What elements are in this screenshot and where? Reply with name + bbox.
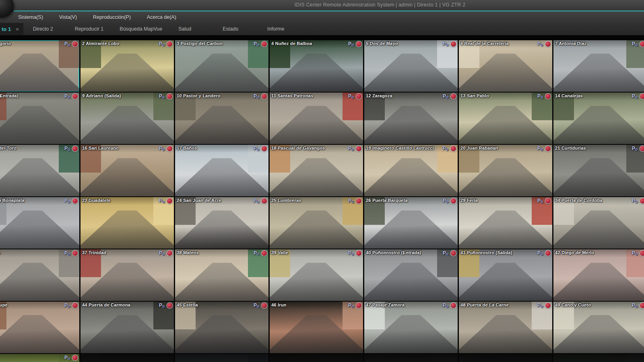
camera-tile[interactable]: 37 Trinidad P ⚙ <box>80 249 174 301</box>
camera-tile[interactable]: 24 San Juan de Acre P ⚙ <box>175 197 268 249</box>
camera-tile[interactable]: 13 San Pablo P ⚙ <box>459 93 552 144</box>
camera-tile[interactable]: 16 San Laureano P ⚙ <box>80 145 174 196</box>
gear-icon[interactable]: ⚙ <box>256 252 260 256</box>
gear-icon[interactable]: ⚙ <box>540 148 543 152</box>
gear-icon[interactable]: ⚙ <box>162 304 165 309</box>
gear-icon[interactable]: ⚙ <box>540 43 543 47</box>
camera-tile[interactable]: 19 Imaginero Castillo Lastrucci P ⚙ <box>364 145 458 196</box>
gear-icon[interactable]: ⚙ <box>635 43 638 47</box>
camera-tile[interactable]: P ⚙ <box>0 354 79 362</box>
gear-icon[interactable]: ⚙ <box>446 304 449 309</box>
camera-tile[interactable]: P ⚙ <box>175 354 268 362</box>
camera-tile[interactable]: 40 Puñonrostro (Entrada) P ⚙ <box>364 249 458 301</box>
gear-icon[interactable]: ⚙ <box>351 304 354 309</box>
camera-tile[interactable]: 3 Postigo del Carbon P ⚙ <box>175 40 268 92</box>
camera-tile[interactable]: 4 Nuñez de Balboa P ⚙ <box>270 40 363 92</box>
gear-icon[interactable]: ⚙ <box>446 43 449 47</box>
camera-tile[interactable]: P ⚙ <box>270 354 363 362</box>
gear-icon[interactable]: ⚙ <box>540 304 543 309</box>
camera-tile[interactable]: 38 Mateos P ⚙ <box>175 249 268 301</box>
tab-reproducir-1[interactable]: Reproducir 1 <box>68 23 110 35</box>
gear-icon[interactable]: ⚙ <box>351 43 354 47</box>
gear-icon[interactable]: ⚙ <box>635 200 638 204</box>
gear-icon[interactable]: ⚙ <box>351 148 354 152</box>
camera-tile[interactable]: 2 Almirante Lobo P ⚙ <box>80 40 174 92</box>
gear-icon[interactable]: ⚙ <box>67 304 70 309</box>
camera-tile[interactable]: 5 Dos de Mayo P ⚙ <box>364 40 458 92</box>
tab-estado[interactable]: Estado <box>216 23 245 35</box>
camera-tile[interactable]: 42 Diego de Merlo P ⚙ <box>553 249 644 301</box>
gear-icon[interactable]: ⚙ <box>256 43 260 47</box>
camera-tile[interactable]: uadalupe P ⚙ <box>0 302 79 353</box>
gear-icon[interactable]: ⚙ <box>635 304 638 309</box>
gear-icon[interactable]: ⚙ <box>540 252 543 256</box>
tab-directo-2[interactable]: Directo 2 <box>27 23 60 35</box>
menu-item-sistema[interactable]: Sistema(S) <box>18 14 43 20</box>
camera-tile[interactable]: 7 Antonia Diaz P ⚙ <box>553 40 644 92</box>
gear-icon[interactable]: ⚙ <box>162 252 165 256</box>
gear-icon[interactable]: ⚙ <box>446 148 449 152</box>
menu-item-vista[interactable]: Vista(V) <box>59 14 77 20</box>
gear-icon[interactable]: ⚙ <box>162 148 165 152</box>
camera-tile[interactable]: 14 Canalejas P ⚙ <box>553 93 644 144</box>
gear-icon[interactable]: ⚙ <box>635 252 638 256</box>
gear-icon[interactable]: ⚙ <box>162 95 165 99</box>
camera-tile[interactable]: 34 Puerta de Cordoba P ⚙ <box>553 197 644 249</box>
gear-icon[interactable]: ⚙ <box>540 200 543 204</box>
camera-tile[interactable]: 39 Valle P ⚙ <box>270 249 363 301</box>
camera-tile[interactable]: 9 Adriano (Salida) P ⚙ <box>80 93 174 144</box>
camera-tile[interactable]: 21 Curtidurias P ⚙ <box>553 145 644 196</box>
gear-icon[interactable]: ⚙ <box>67 200 70 204</box>
gear-icon[interactable]: ⚙ <box>256 95 260 99</box>
menu-item-reproduccion[interactable]: Reproducción(P) <box>93 14 131 20</box>
camera-tile[interactable]: 49 Cano y Cueto P ⚙ <box>553 302 644 353</box>
camera-tile[interactable]: 25 Lumbreras P ⚙ <box>270 197 363 249</box>
gear-icon[interactable]: ⚙ <box>351 252 354 256</box>
camera-tile[interactable]: 48 Puerta de La Carne P ⚙ <box>459 302 552 353</box>
gear-icon[interactable]: ⚙ <box>446 252 449 256</box>
camera-tile[interactable]: iano (Entrada) P ⚙ <box>0 93 79 144</box>
gear-icon[interactable]: ⚙ <box>635 95 638 99</box>
camera-tile[interactable]: P ⚙ <box>459 354 552 362</box>
gear-icon[interactable]: ⚙ <box>256 148 260 152</box>
camera-tile[interactable]: 10 Pastor y Landero P ⚙ <box>175 93 268 144</box>
menu-item-acerca-de[interactable]: Acerca de(A) <box>147 14 176 20</box>
camera-tile[interactable]: orinto P ⚙ <box>0 249 79 301</box>
camera-tile[interactable]: 12 Zaragoza P ⚙ <box>364 93 458 144</box>
gear-icon[interactable]: ⚙ <box>351 95 354 99</box>
close-tab-icon[interactable]: × <box>16 26 19 32</box>
gear-icon[interactable]: ⚙ <box>162 43 165 47</box>
camera-tile[interactable]: 6 Real de la Carreteria P ⚙ <box>459 40 552 92</box>
camera-tile[interactable]: P ⚙ <box>364 354 458 362</box>
camera-tile[interactable]: 23 Guadalete P ⚙ <box>80 197 174 249</box>
camera-tile[interactable]: arciso Bonaplata P ⚙ <box>0 197 79 249</box>
tab-informe[interactable]: Informe <box>261 23 291 35</box>
camera-tile[interactable]: n Gregorio P ⚙ <box>0 40 79 92</box>
tab-salud[interactable]: Salud <box>172 23 198 35</box>
gear-icon[interactable]: ⚙ <box>635 148 638 152</box>
gear-icon[interactable]: ⚙ <box>67 95 70 99</box>
camera-tile[interactable]: 44 Puerta de Carmona P ⚙ <box>80 302 174 353</box>
camera-tile[interactable]: 17 Baños P ⚙ <box>175 145 268 196</box>
gear-icon[interactable]: ⚙ <box>67 357 70 361</box>
tab-directo-1-active[interactable]: to 1 × <box>0 23 23 35</box>
gear-icon[interactable]: ⚙ <box>256 304 260 309</box>
camera-tile[interactable]: P ⚙ <box>553 354 644 362</box>
camera-tile[interactable]: edro del Toro P ⚙ <box>0 145 79 196</box>
gear-icon[interactable]: ⚙ <box>351 200 354 204</box>
camera-tile[interactable]: 47 Pasaje Zamora P ⚙ <box>364 302 458 353</box>
gear-icon[interactable]: ⚙ <box>256 200 260 204</box>
camera-tile[interactable]: 20 Juan Rabadan P ⚙ <box>459 145 552 196</box>
gear-icon[interactable]: ⚙ <box>446 95 449 99</box>
camera-tile[interactable]: P ⚙ <box>80 354 174 362</box>
gear-icon[interactable]: ⚙ <box>162 200 165 204</box>
gear-icon[interactable]: ⚙ <box>67 148 70 152</box>
camera-tile[interactable]: 11 Santas Patronas P ⚙ <box>270 93 363 144</box>
camera-tile[interactable]: 46 Irun P ⚙ <box>270 302 363 353</box>
camera-tile[interactable]: 41 Puñonrostro (Salida) P ⚙ <box>459 249 552 301</box>
tab-busqueda-mapvue[interactable]: Búsqueda MapVue <box>113 23 169 35</box>
camera-tile[interactable]: 29 Feria P ⚙ <box>459 197 552 249</box>
camera-tile[interactable]: 18 Pascual de Gayangos P ⚙ <box>270 145 363 196</box>
camera-tile[interactable]: 26 Puerta Barqueta P ⚙ <box>364 197 458 249</box>
gear-icon[interactable]: ⚙ <box>67 252 70 256</box>
